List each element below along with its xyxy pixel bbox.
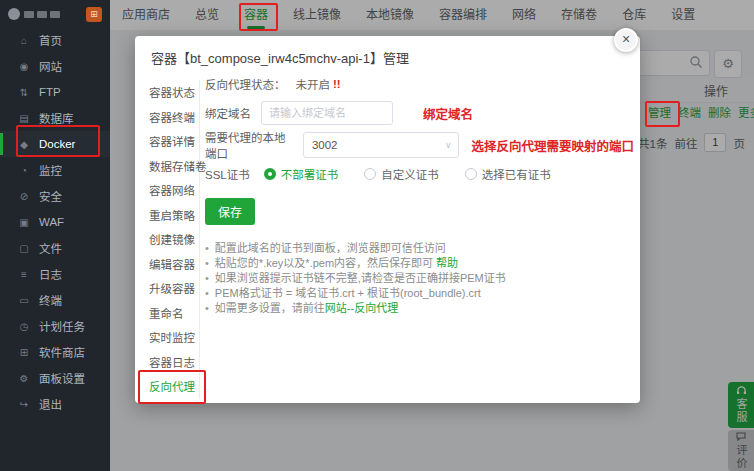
sidebar-item-icon: ◔ bbox=[18, 165, 30, 176]
sidebar-item-icon: ⇅ bbox=[18, 87, 30, 98]
sidebar-item-icon: ▭ bbox=[18, 295, 30, 306]
radio-icon bbox=[264, 168, 276, 180]
proxy-status-value: 未开启 bbox=[296, 76, 331, 92]
sidebar-item-icon: ▢ bbox=[18, 243, 30, 254]
tip-link[interactable]: 帮助 bbox=[436, 257, 458, 269]
sidebar-item-label: Docker bbox=[39, 138, 75, 150]
radio-icon bbox=[465, 168, 477, 180]
port-label: 需要代理的本地端口 bbox=[205, 129, 297, 161]
radio-icon bbox=[364, 168, 376, 180]
domain-input[interactable] bbox=[261, 101, 393, 125]
status-annotation-mark: !! bbox=[333, 78, 341, 90]
sidebar-item[interactable]: ⊞ 软件商店 bbox=[0, 339, 110, 365]
sidebar-item-icon: ⊞ bbox=[18, 347, 30, 358]
sidebar-item-label: 计划任务 bbox=[39, 318, 85, 334]
sidebar-item-icon: ⌂ bbox=[18, 35, 30, 46]
sidebar-item[interactable]: ▣ WAF bbox=[0, 209, 110, 235]
sidebar-item-icon: ≡ bbox=[18, 269, 30, 280]
chevron-down-icon: ∨ bbox=[445, 140, 452, 150]
sidebar-item-label: 文件 bbox=[39, 240, 62, 256]
sidebar-item-icon: ◷ bbox=[18, 321, 30, 332]
modal-tab[interactable]: 容器网络 bbox=[135, 178, 199, 203]
domain-label: 绑定域名 bbox=[205, 105, 251, 121]
sidebar-item[interactable]: ⊘ 安全 bbox=[0, 183, 110, 209]
sidebar-item-label: 软件商店 bbox=[39, 344, 85, 360]
save-button[interactable]: 保存 bbox=[205, 198, 255, 225]
modal-tab[interactable]: 容器终端 bbox=[135, 105, 199, 130]
tip-link[interactable]: 网站--反向代理 bbox=[325, 302, 398, 314]
logo-text-mark bbox=[24, 11, 86, 18]
sidebar-item[interactable]: ▤ 数据库 bbox=[0, 105, 110, 131]
sidebar-menu: ⌂ 首页 ◉ 网站 ⇅ FTP ▤ 数据库 bbox=[0, 25, 110, 417]
modal-tab[interactable]: 升级容器 bbox=[135, 276, 199, 301]
sidebar-item-icon: ⊘ bbox=[18, 191, 30, 202]
notification-badge[interactable]: ⊞ bbox=[86, 7, 102, 22]
tip-item: 配置此域名的证书到面板，浏览器即可信任访问 bbox=[205, 241, 634, 256]
panel-logo: ⊞ bbox=[0, 0, 110, 25]
logo-icon bbox=[8, 8, 20, 20]
sidebar-item-icon: ◉ bbox=[18, 61, 30, 72]
port-select[interactable]: 3002 ∨ bbox=[303, 132, 460, 158]
sidebar-item[interactable]: ↪ 退出 bbox=[0, 391, 110, 417]
modal-tab[interactable]: 数据存储卷 bbox=[135, 154, 199, 179]
ssl-radio-option[interactable]: 不部署证书 bbox=[264, 166, 339, 182]
sidebar-item[interactable]: ◆ Docker bbox=[0, 131, 110, 157]
sidebar-item[interactable]: ◔ 监控 bbox=[0, 157, 110, 183]
sidebar-item[interactable]: ◷ 计划任务 bbox=[0, 313, 110, 339]
sidebar-item[interactable]: ≡ 日志 bbox=[0, 261, 110, 287]
modal-title: 容器【bt_compose_irw4c5mchv-api-1】管理 bbox=[135, 36, 640, 73]
modal-tab[interactable]: 容器日志 bbox=[135, 350, 199, 375]
screen: ⊞ ⌂ 首页 ◉ 网站 ⇅ FTP ▤ bbox=[0, 0, 754, 471]
sidebar-item[interactable]: ▭ 终端 bbox=[0, 287, 110, 313]
sidebar-item-icon: ↪ bbox=[18, 399, 30, 410]
tips-list: 配置此域名的证书到面板，浏览器即可信任访问 粘贴您的*.key以及*.pem内容… bbox=[205, 241, 634, 316]
sidebar-item-label: WAF bbox=[39, 216, 64, 228]
sidebar-item[interactable]: ⌂ 首页 bbox=[0, 27, 110, 53]
modal-tab[interactable]: 重命名 bbox=[135, 301, 199, 326]
ssl-radio-option[interactable]: 选择已有证书 bbox=[465, 166, 551, 182]
modal-tab-list: 容器状态 容器终端 容器详情 数据存储卷 容器网络 重启策略 创建镜像 编辑容器… bbox=[135, 80, 200, 399]
container-manage-modal: × 容器【bt_compose_irw4c5mchv-api-1】管理 容器状态… bbox=[135, 36, 640, 403]
tip-item: 粘贴您的*.key以及*.pem内容，然后保存即可 帮助 bbox=[205, 256, 634, 271]
modal-tab[interactable]: 编辑容器 bbox=[135, 252, 199, 277]
proxy-status-label: 反向代理状态： bbox=[205, 76, 286, 92]
tip-item: 如果浏览器提示证书链不完整,请检查是否正确拼接PEM证书 bbox=[205, 271, 634, 286]
ssl-radio-option[interactable]: 自定义证书 bbox=[364, 166, 439, 182]
modal-tab[interactable]: 容器详情 bbox=[135, 129, 199, 154]
tip-item: PEM格式证书 = 域名证书.crt + 根证书(root_bundle).cr… bbox=[205, 286, 634, 301]
sidebar-item-label: 安全 bbox=[39, 188, 62, 204]
port-annotation: 选择反向代理需要映射的端口 bbox=[471, 136, 634, 155]
sidebar-item-icon: ▤ bbox=[18, 113, 30, 124]
reverse-proxy-panel: 反向代理状态： 未开启 !! 绑定域名 绑定域名 需要代理的本地端口 3002 … bbox=[199, 72, 634, 403]
sidebar-item-label: 数据库 bbox=[39, 110, 74, 126]
ssl-options: 不部署证书 自定义证书 选择已有证书 bbox=[264, 166, 551, 182]
sidebar-item-label: 终端 bbox=[39, 292, 62, 308]
sidebar-item-label: 网站 bbox=[39, 58, 62, 74]
sidebar-item-label: FTP bbox=[39, 86, 61, 98]
modal-tab[interactable]: 反向代理 bbox=[135, 374, 199, 399]
sidebar-item-icon: ▣ bbox=[18, 217, 30, 228]
tip-item: 如需更多设置，请前往网站--反向代理 bbox=[205, 301, 634, 316]
sidebar-item-icon: ⚙ bbox=[18, 373, 30, 384]
ssl-label: SSL证书 bbox=[205, 166, 250, 182]
sidebar-item-label: 面板设置 bbox=[39, 370, 85, 386]
sidebar-item-label: 监控 bbox=[39, 162, 62, 178]
port-select-value: 3002 bbox=[312, 139, 338, 151]
modal-tab[interactable]: 创建镜像 bbox=[135, 227, 199, 252]
sidebar: ⊞ ⌂ 首页 ◉ 网站 ⇅ FTP ▤ bbox=[0, 0, 110, 471]
sidebar-item[interactable]: ◉ 网站 bbox=[0, 53, 110, 79]
modal-tab[interactable]: 重启策略 bbox=[135, 203, 199, 228]
sidebar-item-label: 日志 bbox=[39, 266, 62, 282]
sidebar-item-icon: ◆ bbox=[18, 139, 30, 150]
close-icon[interactable]: × bbox=[614, 28, 638, 52]
domain-annotation: 绑定域名 bbox=[423, 104, 473, 123]
sidebar-item[interactable]: ⇅ FTP bbox=[0, 79, 110, 105]
modal-tab[interactable]: 实时监控 bbox=[135, 325, 199, 350]
sidebar-item[interactable]: ▢ 文件 bbox=[0, 235, 110, 261]
sidebar-item-label: 首页 bbox=[39, 32, 62, 48]
sidebar-item-label: 退出 bbox=[39, 396, 62, 412]
sidebar-item[interactable]: ⚙ 面板设置 bbox=[0, 365, 110, 391]
modal-tab[interactable]: 容器状态 bbox=[135, 80, 199, 105]
